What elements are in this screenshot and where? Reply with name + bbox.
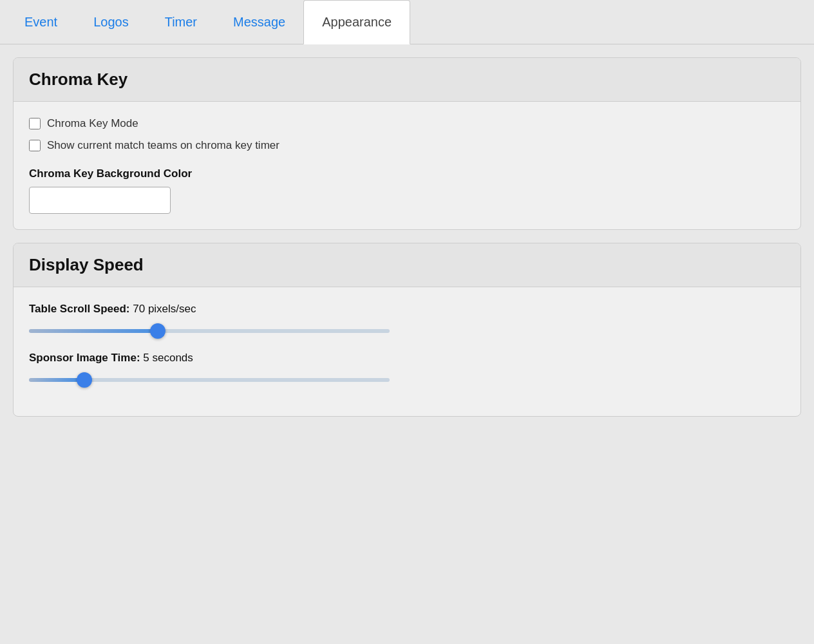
display-speed-section: Display Speed Table Scroll Speed: 70 pix… bbox=[13, 243, 801, 417]
chroma-key-mode-item[interactable]: Chroma Key Mode bbox=[29, 117, 785, 130]
table-scroll-value: 70 pixels/sec bbox=[133, 303, 196, 315]
chroma-key-color-label: Chroma Key Background Color bbox=[29, 167, 785, 180]
tab-timer[interactable]: Timer bbox=[147, 0, 215, 44]
color-hex-input[interactable]: #00FF00 bbox=[30, 187, 171, 213]
sponsor-image-slider[interactable] bbox=[29, 378, 390, 382]
sponsor-image-section: Sponsor Image Time: 5 seconds bbox=[29, 352, 785, 388]
display-speed-body: Table Scroll Speed: 70 pixels/sec Sponso… bbox=[14, 287, 800, 416]
sponsor-image-slider-wrapper bbox=[29, 372, 390, 388]
table-scroll-label: Table Scroll Speed: 70 pixels/sec bbox=[29, 303, 785, 316]
show-teams-item[interactable]: Show current match teams on chroma key t… bbox=[29, 139, 785, 152]
chroma-key-title: Chroma Key bbox=[29, 70, 785, 90]
display-speed-header: Display Speed bbox=[14, 243, 800, 287]
chroma-key-body: Chroma Key Mode Show current match teams… bbox=[14, 102, 800, 229]
sponsor-image-label: Sponsor Image Time: 5 seconds bbox=[29, 352, 785, 365]
tab-appearance[interactable]: Appearance bbox=[303, 0, 410, 44]
display-speed-title: Display Speed bbox=[29, 255, 785, 275]
chroma-key-section: Chroma Key Chroma Key Mode Show current … bbox=[13, 57, 801, 230]
main-content: Chroma Key Chroma Key Mode Show current … bbox=[0, 44, 814, 430]
tab-event[interactable]: Event bbox=[6, 0, 75, 44]
show-teams-label: Show current match teams on chroma key t… bbox=[47, 139, 279, 152]
table-scroll-label-bold: Table Scroll Speed: bbox=[29, 303, 130, 315]
chroma-key-mode-checkbox[interactable] bbox=[29, 118, 41, 129]
color-input-group: #00FF00 bbox=[29, 187, 171, 214]
table-scroll-slider-wrapper bbox=[29, 323, 390, 339]
chroma-key-color-section: Chroma Key Background Color #00FF00 bbox=[29, 167, 785, 214]
table-scroll-section: Table Scroll Speed: 70 pixels/sec bbox=[29, 303, 785, 339]
chroma-key-mode-label: Chroma Key Mode bbox=[47, 117, 138, 130]
sponsor-image-value: 5 seconds bbox=[143, 352, 193, 364]
chroma-key-checkboxes: Chroma Key Mode Show current match teams… bbox=[29, 117, 785, 152]
tab-bar: Event Logos Timer Message Appearance bbox=[0, 0, 814, 44]
show-teams-checkbox[interactable] bbox=[29, 140, 41, 151]
sponsor-image-label-bold: Sponsor Image Time: bbox=[29, 352, 140, 364]
tab-message[interactable]: Message bbox=[215, 0, 303, 44]
tab-logos[interactable]: Logos bbox=[75, 0, 147, 44]
chroma-key-header: Chroma Key bbox=[14, 58, 800, 102]
table-scroll-slider[interactable] bbox=[29, 329, 390, 333]
